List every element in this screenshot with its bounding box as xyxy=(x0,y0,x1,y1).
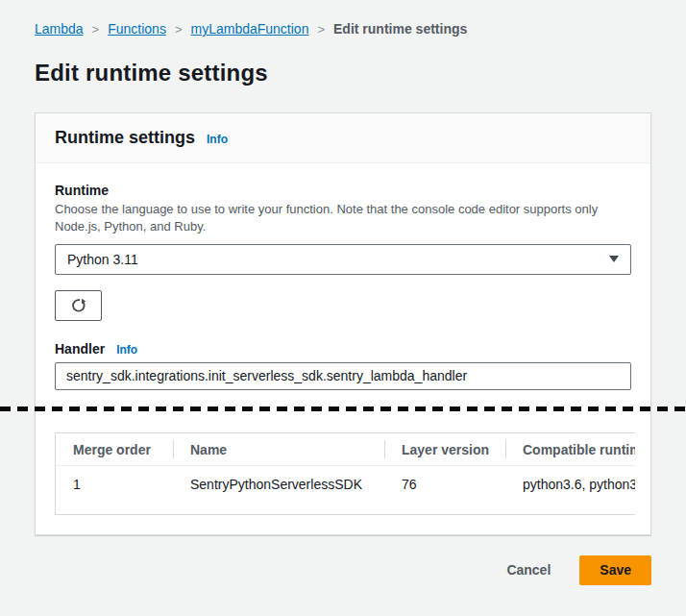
cell-layer-version: 76 xyxy=(384,466,505,514)
layers-table-header-row: Merge order Name Layer version Compatibl… xyxy=(56,433,635,466)
runtime-label: Runtime xyxy=(55,183,631,198)
breadcrumb-chevron-icon: > xyxy=(166,22,191,37)
cell-layer-name: SentryPythonServerlessSDK xyxy=(173,466,384,514)
layers-table-container: Merge order Name Layer version Compatibl… xyxy=(55,432,635,515)
refresh-runtimes-button[interactable] xyxy=(55,290,102,321)
table-row: 1 SentryPythonServerlessSDK 76 python3.6… xyxy=(56,466,635,514)
runtime-select[interactable]: Python 3.11 xyxy=(55,244,631,275)
page: Lambda > Functions > myLambdaFunction > … xyxy=(0,0,686,585)
column-header-layer-version: Layer version xyxy=(384,433,505,466)
breadcrumb-link-functions[interactable]: Functions xyxy=(108,21,166,37)
handler-input[interactable] xyxy=(55,362,631,390)
page-title: Edit runtime settings xyxy=(35,60,651,86)
column-header-compatible-runtimes: Compatible runtimes xyxy=(505,433,635,466)
cell-compatible-runtimes: python3.6, python3.7 xyxy=(505,466,635,514)
form-actions: Cancel Save xyxy=(35,555,651,585)
column-header-name: Name xyxy=(173,433,384,466)
breadcrumb: Lambda > Functions > myLambdaFunction > … xyxy=(35,21,651,37)
panel-info-link[interactable]: Info xyxy=(207,133,228,146)
panel-body: Runtime Choose the language to use to wr… xyxy=(36,163,650,534)
cancel-button[interactable]: Cancel xyxy=(502,556,554,583)
breadcrumb-link-lambda[interactable]: Lambda xyxy=(35,21,84,37)
panel-header: Runtime settings Info xyxy=(36,113,650,163)
chevron-down-icon xyxy=(609,256,619,262)
breadcrumb-chevron-icon: > xyxy=(308,22,333,37)
runtime-settings-panel: Runtime settings Info Runtime Choose the… xyxy=(35,112,651,535)
breadcrumb-link-function-name[interactable]: myLambdaFunction xyxy=(190,21,308,37)
panel-title: Runtime settings xyxy=(55,128,195,148)
handler-label: Handler xyxy=(55,341,105,357)
handler-info-link[interactable]: Info xyxy=(116,343,137,357)
cell-merge-order: 1 xyxy=(56,466,173,514)
refresh-icon xyxy=(70,297,87,314)
runtime-selected-value: Python 3.11 xyxy=(67,252,138,267)
breadcrumb-chevron-icon: > xyxy=(84,22,109,37)
breadcrumb-current-page: Edit runtime settings xyxy=(333,21,467,37)
save-button[interactable]: Save xyxy=(579,555,651,585)
screenshot-cut-dashed-divider xyxy=(0,407,686,411)
layers-table: Merge order Name Layer version Compatibl… xyxy=(56,433,635,514)
column-header-merge-order: Merge order xyxy=(56,433,173,466)
runtime-description: Choose the language to use to write your… xyxy=(55,201,627,235)
handler-label-row: Handler Info xyxy=(55,341,631,357)
